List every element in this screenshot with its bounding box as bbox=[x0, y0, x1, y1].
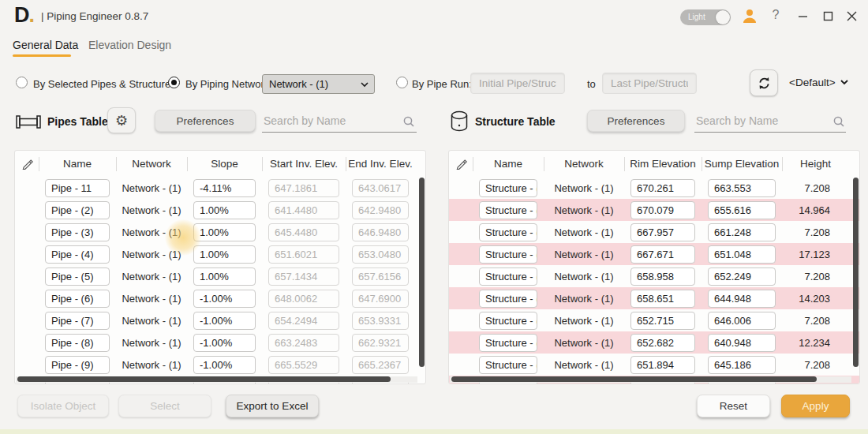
help-button[interactable]: ? bbox=[770, 8, 781, 22]
refresh-button[interactable] bbox=[750, 69, 778, 96]
pipe-slope-input[interactable]: 1.00% bbox=[193, 201, 256, 219]
pipe-slope-input[interactable]: 1.00% bbox=[193, 245, 256, 264]
structures-table-row: Structure - (3)Network - (1)652.682640.9… bbox=[449, 331, 859, 354]
structs-col-network: Network bbox=[544, 155, 624, 173]
pipe-name-input[interactable]: Pipe - (9) bbox=[45, 356, 110, 374]
structure-name-input[interactable]: Structure - (8) bbox=[479, 268, 537, 286]
user-icon[interactable] bbox=[742, 8, 758, 24]
reset-button[interactable]: Reset bbox=[697, 395, 770, 417]
structure-name-input[interactable]: Structure - (1) bbox=[479, 356, 537, 374]
pipe-slope-input[interactable]: -4.11% bbox=[193, 179, 256, 197]
scrollbar-thumb[interactable] bbox=[17, 376, 391, 382]
pipe-start-inv-elev: 651.6021 bbox=[268, 245, 339, 264]
radio-by-network[interactable] bbox=[168, 77, 180, 88]
pipe-slope-input[interactable]: -1.00% bbox=[193, 290, 256, 308]
structure-name-input[interactable]: Structure - (5) bbox=[479, 245, 537, 264]
structure-sump-elevation-input[interactable]: 644.948 bbox=[708, 290, 776, 308]
structures-horizontal-scrollbar[interactable] bbox=[450, 376, 851, 383]
theme-toggle[interactable]: Light bbox=[680, 9, 731, 25]
structure-name-input[interactable]: Structure - (3) bbox=[479, 334, 537, 352]
structure-network-label: Network - (1) bbox=[544, 249, 624, 260]
structure-rim-elevation-input[interactable]: 670.079 bbox=[630, 201, 695, 219]
network-select[interactable]: Network - (1) bbox=[262, 74, 375, 94]
structure-rim-elevation-input[interactable]: 670.261 bbox=[630, 179, 695, 197]
preset-value: <Default> bbox=[789, 77, 836, 88]
structure-name-input[interactable]: Structure - (10) bbox=[479, 179, 537, 197]
logo-dot-icon: . bbox=[29, 3, 35, 27]
structures-vertical-scrollbar[interactable] bbox=[852, 178, 859, 375]
pipe-slope-input[interactable]: -1.00% bbox=[193, 356, 256, 374]
pipe-slope-input[interactable]: 1.00% bbox=[193, 268, 256, 286]
pipes-table-row: Pipe - (3)Network - (1)1.00%645.4480646.… bbox=[15, 221, 425, 243]
radio-by-selected[interactable] bbox=[16, 77, 28, 88]
pipe-name-input[interactable]: Pipe - (5) bbox=[45, 268, 110, 286]
last-pipe-structure-input[interactable] bbox=[602, 73, 697, 94]
pipe-name-input[interactable]: Pipe - 11 bbox=[45, 179, 110, 197]
structure-name-input[interactable]: Structure - (6) bbox=[479, 201, 537, 219]
scrollbar-thumb[interactable] bbox=[419, 178, 425, 367]
pipe-network-label: Network - (1) bbox=[116, 359, 187, 371]
tab-general-data[interactable]: General Data bbox=[13, 39, 78, 51]
theme-toggle-label: Light bbox=[688, 13, 705, 21]
pipe-name-input[interactable]: Pipe - (8) bbox=[45, 334, 110, 352]
structure-sump-elevation-input[interactable]: 655.616 bbox=[708, 201, 776, 219]
structure-rim-elevation-input[interactable]: 652.682 bbox=[630, 334, 695, 352]
pipe-name-input[interactable]: Pipe - (4) bbox=[45, 245, 110, 264]
structure-rim-elevation-input[interactable]: 652.715 bbox=[630, 312, 695, 330]
pipe-network-label: Network - (1) bbox=[116, 293, 187, 305]
export-to-excel-button[interactable]: Export to Excel bbox=[226, 395, 319, 417]
pipe-name-input[interactable]: Pipe - (6) bbox=[45, 290, 110, 308]
pipe-name-input[interactable]: Pipe - (2) bbox=[45, 201, 110, 219]
structure-name-input[interactable]: Structure - (9) bbox=[479, 223, 537, 241]
structure-sump-elevation-input[interactable]: 651.048 bbox=[708, 245, 776, 264]
pipe-slope-input[interactable]: 1.00% bbox=[193, 223, 256, 241]
structure-sump-elevation-input[interactable]: 661.248 bbox=[708, 223, 776, 241]
structure-network-label: Network - (1) bbox=[544, 293, 624, 305]
pipe-start-inv-elev: 654.2494 bbox=[268, 312, 339, 330]
pipes-search-input[interactable] bbox=[262, 110, 417, 133]
minimize-button[interactable] bbox=[794, 9, 811, 23]
pipe-end-inv-elev: 653.9331 bbox=[352, 312, 409, 330]
structure-rim-elevation-input[interactable]: 667.957 bbox=[630, 223, 695, 241]
structure-sump-elevation-input[interactable]: 663.553 bbox=[708, 179, 776, 197]
pipes-horizontal-scrollbar[interactable] bbox=[16, 376, 417, 383]
initial-pipe-structure-input[interactable] bbox=[470, 73, 565, 94]
structures-search-input[interactable] bbox=[694, 110, 846, 133]
pipe-name-input[interactable]: Pipe - (7) bbox=[45, 312, 110, 330]
structure-name-input[interactable]: Structure - (7) bbox=[479, 312, 537, 330]
pipe-start-inv-elev: 663.2483 bbox=[268, 334, 339, 352]
pipes-table-row: Pipe - (2)Network - (1)1.00%641.4480642.… bbox=[15, 199, 425, 221]
scrollbar-thumb[interactable] bbox=[853, 178, 859, 367]
gear-button[interactable]: ⚙ bbox=[107, 107, 136, 133]
toggle-knob bbox=[716, 10, 730, 24]
radio-by-pipe-run[interactable] bbox=[396, 77, 408, 88]
isolate-object-button[interactable]: Isolate Object bbox=[17, 395, 109, 417]
scrollbar-thumb[interactable] bbox=[451, 376, 817, 382]
pipes-preferences-button[interactable]: Preferences bbox=[155, 110, 256, 132]
radio-by-network-label: By Piping Network: bbox=[185, 78, 272, 90]
structure-name-input[interactable]: Structure - (4) bbox=[479, 290, 537, 308]
select-button[interactable]: Select bbox=[118, 395, 211, 417]
gear-icon: ⚙ bbox=[115, 112, 128, 129]
structure-sump-elevation-input[interactable]: 652.249 bbox=[708, 268, 776, 286]
pipe-name-input[interactable]: Pipe - (3) bbox=[45, 223, 110, 241]
structure-rim-elevation-input[interactable]: 667.671 bbox=[630, 245, 695, 264]
search-icon bbox=[832, 115, 845, 131]
structure-rim-elevation-input[interactable]: 651.894 bbox=[630, 356, 695, 374]
structure-rim-elevation-input[interactable]: 658.958 bbox=[630, 268, 695, 286]
maximize-button[interactable] bbox=[819, 9, 836, 23]
structure-sump-elevation-input[interactable]: 640.948 bbox=[708, 334, 776, 352]
structure-sump-elevation-input[interactable]: 645.186 bbox=[708, 356, 776, 374]
tab-elevation-design[interactable]: Elevation Design bbox=[88, 39, 171, 51]
bottom-edge-strip bbox=[0, 429, 868, 434]
pipe-slope-input[interactable]: -1.00% bbox=[193, 334, 256, 352]
preset-dropdown[interactable]: <Default> bbox=[789, 77, 848, 88]
edit-pencil-icon bbox=[15, 155, 39, 173]
apply-button[interactable]: Apply bbox=[781, 395, 850, 417]
pipe-slope-input[interactable]: -1.00% bbox=[193, 312, 256, 330]
structure-sump-elevation-input[interactable]: 646.006 bbox=[708, 312, 776, 330]
pipes-vertical-scrollbar[interactable] bbox=[418, 178, 425, 375]
structure-rim-elevation-input[interactable]: 658.651 bbox=[630, 290, 695, 308]
close-button[interactable] bbox=[843, 9, 860, 23]
structures-preferences-button[interactable]: Preferences bbox=[587, 110, 685, 132]
